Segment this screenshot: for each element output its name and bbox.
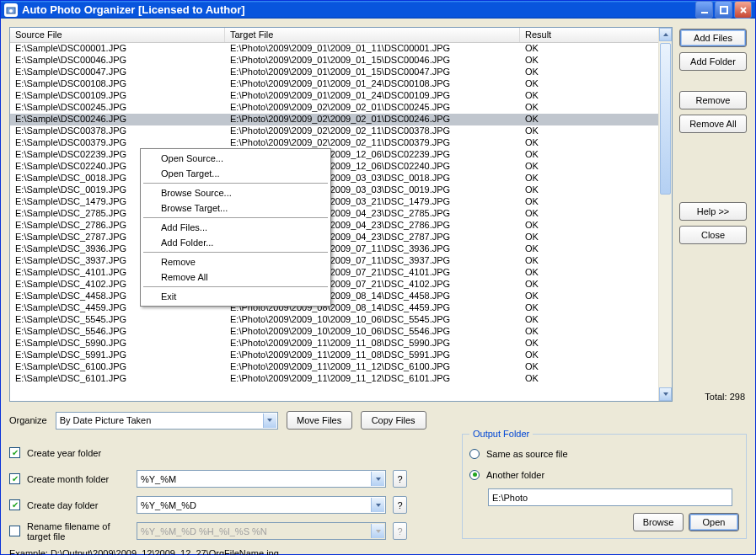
table-row[interactable]: E:\Sample\DSC_2787.JPGE:\Photo\2009\2009… [10, 232, 672, 243]
example-text: Example: D:\Output\2009\2009_12\2009_12_… [9, 548, 442, 555]
create-month-checkbox[interactable] [9, 473, 20, 484]
table-row[interactable]: E:\Sample\DSC_6101.JPGE:\Photo\2009\2009… [10, 373, 672, 385]
table-row[interactable]: E:\Sample\DSC00109.JPGE:\Photo\2009\2009… [10, 90, 672, 102]
organize-combo[interactable]: By Date Picture Taken [56, 412, 278, 430]
browse-button[interactable]: Browse [633, 513, 684, 531]
scroll-down-icon[interactable] [659, 387, 672, 401]
copy-files-button[interactable]: Copy Files [361, 411, 426, 430]
output-folder-legend: Output Folder [469, 429, 533, 439]
table-row[interactable]: E:\Sample\DSC_5990.JPGE:\Photo\2009\2009… [10, 338, 672, 350]
create-year-checkbox[interactable] [9, 447, 20, 458]
list-scrollbar[interactable] [658, 28, 672, 401]
table-row[interactable]: E:\Sample\DSC_5545.JPGE:\Photo\2009\2009… [10, 314, 672, 326]
titlebar[interactable]: Auto Photo Organizer [Licensed to Author… [1, 1, 755, 19]
another-folder-radio[interactable] [469, 470, 480, 480]
cell-result: OK [520, 114, 672, 125]
cell-result: OK [520, 196, 672, 208]
table-row[interactable]: E:\Sample\DSC_5991.JPGE:\Photo\2009\2009… [10, 350, 672, 361]
cell-target: E:\Photo\2009\2009_01\2009_01_15\DSC0004… [225, 67, 520, 78]
create-year-label: Create year folder [27, 448, 101, 458]
table-row[interactable]: E:\Sample\DSC_1479.JPGE:\Photo\2009\2009… [10, 196, 672, 208]
cell-result: OK [520, 67, 672, 78]
menu-browse-target[interactable]: Browse Target... [142, 200, 329, 216]
menu-open-source[interactable]: Open Source... [142, 151, 329, 166]
table-row[interactable]: E:\Sample\DSC02240.JPGE:\Photo\2009\2009… [10, 161, 672, 173]
table-row[interactable]: E:\Sample\DSC02239.JPGE:\Photo\2009\2009… [10, 149, 672, 161]
table-row[interactable]: E:\Sample\DSC_4102.JPGE:\Photo\2009\2009… [10, 279, 672, 291]
open-button[interactable]: Open [689, 513, 739, 531]
table-row[interactable]: E:\Sample\DSC00379.JPGE:\Photo\2009\2009… [10, 137, 672, 149]
table-row[interactable]: E:\Sample\DSC_5546.JPGE:\Photo\2009\2009… [10, 326, 672, 338]
table-row[interactable]: E:\Sample\DSC00108.JPGE:\Photo\2009\2009… [10, 78, 672, 90]
chevron-down-icon[interactable] [371, 472, 384, 486]
day-format-combo[interactable]: %Y_%M_%D [137, 496, 386, 514]
table-row[interactable]: E:\Sample\DSC00245.JPGE:\Photo\2009\2009… [10, 102, 672, 114]
menu-add-files[interactable]: Add Files... [142, 220, 329, 235]
close-app-button[interactable]: Close [679, 226, 747, 244]
menu-remove[interactable]: Remove [142, 254, 329, 269]
cell-result: OK [520, 78, 672, 90]
menu-browse-source[interactable]: Browse Source... [142, 185, 329, 200]
remove-button[interactable]: Remove [679, 91, 747, 109]
create-day-checkbox[interactable] [9, 499, 20, 510]
cell-result: OK [520, 184, 672, 196]
day-help-button[interactable]: ? [393, 496, 407, 514]
context-menu[interactable]: Open Source... Open Target... Browse Sou… [140, 148, 331, 307]
cell-source: E:\Sample\DSC00046.JPG [10, 55, 225, 67]
cell-source: E:\Sample\DSC_5546.JPG [10, 326, 225, 338]
svg-marker-10 [376, 504, 381, 507]
remove-all-button[interactable]: Remove All [679, 115, 747, 133]
scroll-up-icon[interactable] [659, 28, 672, 41]
month-help-button[interactable]: ? [393, 470, 407, 488]
cell-target: E:\Photo\2009\2009_11\2009_11_08\DSC_599… [225, 350, 520, 361]
menu-exit[interactable]: Exit [142, 289, 329, 304]
table-row[interactable]: E:\Sample\DSC00378.JPGE:\Photo\2009\2009… [10, 125, 672, 137]
help-button[interactable]: Help >> [679, 202, 747, 221]
output-path-input[interactable]: E:\Photo [488, 488, 732, 506]
table-row[interactable]: E:\Sample\DSC_4459.JPGE:\Photo\2009\2009… [10, 302, 672, 314]
table-row[interactable]: E:\Sample\DSC_2785.JPGE:\Photo\2009\2009… [10, 208, 672, 220]
minimize-button[interactable] [695, 1, 713, 19]
same-as-source-radio[interactable] [469, 449, 480, 459]
output-folder-group: Output Folder Same as source file Anothe… [462, 434, 747, 539]
table-row[interactable]: E:\Sample\DSC_3937.JPGE:\Photo\2009\2009… [10, 255, 672, 267]
table-row[interactable]: E:\Sample\DSC_2786.JPGE:\Photo\2009\2009… [10, 220, 672, 232]
menu-open-target[interactable]: Open Target... [142, 166, 329, 181]
table-row[interactable]: E:\Sample\DSC_0018.JPGE:\Photo\2009\2009… [10, 173, 672, 184]
svg-rect-3 [721, 7, 727, 13]
app-icon [4, 3, 18, 17]
table-row[interactable]: E:\Sample\DSC00246.JPGE:\Photo\2009\2009… [10, 114, 672, 125]
scroll-thumb[interactable] [660, 43, 671, 195]
table-row[interactable]: E:\Sample\DSC00046.JPGE:\Photo\2009\2009… [10, 55, 672, 67]
table-row[interactable]: E:\Sample\DSC_3936.JPGE:\Photo\2009\2009… [10, 243, 672, 255]
col-target-file[interactable]: Target File [225, 28, 520, 42]
table-row[interactable]: E:\Sample\DSC_4458.JPGE:\Photo\2009\2009… [10, 291, 672, 302]
rename-checkbox[interactable] [9, 526, 20, 536]
add-folder-button[interactable]: Add Folder [679, 52, 747, 71]
chevron-down-icon[interactable] [263, 414, 276, 428]
table-row[interactable]: E:\Sample\DSC00047.JPGE:\Photo\2009\2009… [10, 67, 672, 78]
add-files-button[interactable]: Add Files [679, 29, 747, 47]
table-row[interactable]: E:\Sample\DSC_4101.JPGE:\Photo\2009\2009… [10, 267, 672, 279]
create-month-label: Create month folder [27, 474, 130, 484]
chevron-down-icon[interactable] [371, 498, 384, 512]
month-format-value: %Y_%M [141, 474, 176, 484]
month-format-combo[interactable]: %Y_%M [137, 470, 386, 488]
table-row[interactable]: E:\Sample\DSC_0019.JPGE:\Photo\2009\2009… [10, 184, 672, 196]
list-header: Source File Target File Result [10, 28, 672, 43]
cell-source: E:\Sample\DSC_5990.JPG [10, 338, 225, 350]
table-row[interactable]: E:\Sample\DSC00001.JPGE:\Photo\2009\2009… [10, 43, 672, 55]
cell-result: OK [520, 302, 672, 314]
col-source-file[interactable]: Source File [10, 28, 225, 42]
move-files-button[interactable]: Move Files [287, 411, 352, 430]
col-result[interactable]: Result [520, 28, 672, 42]
maximize-button[interactable] [715, 1, 732, 19]
cell-result: OK [520, 137, 672, 149]
close-button[interactable] [734, 1, 752, 19]
file-list[interactable]: Source File Target File Result E:\Sample… [9, 27, 673, 402]
table-row[interactable]: E:\Sample\DSC_6100.JPGE:\Photo\2009\2009… [10, 361, 672, 373]
menu-remove-all[interactable]: Remove All [142, 269, 329, 285]
cell-source: E:\Sample\DSC00379.JPG [10, 137, 225, 149]
menu-add-folder[interactable]: Add Folder... [142, 235, 329, 250]
cell-result: OK [520, 338, 672, 350]
